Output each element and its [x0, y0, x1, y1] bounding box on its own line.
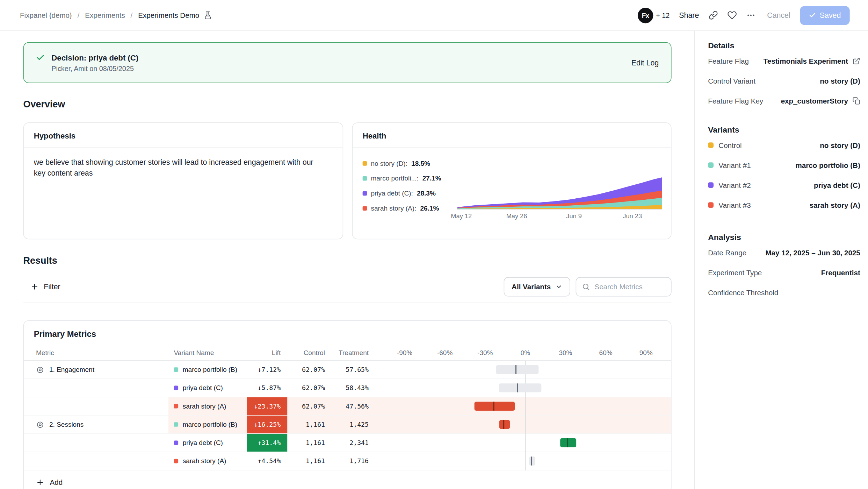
add-metric-button[interactable]: Add [24, 470, 63, 489]
avatar[interactable]: Fx [638, 7, 653, 23]
filter-row-right: All Variants [504, 277, 672, 296]
metric-row[interactable]: 2. Sessionsmarco portfolio (B)↓16.25%1,1… [24, 416, 671, 434]
more-button[interactable] [746, 10, 755, 20]
confidence-interval-bar [499, 420, 510, 429]
plus-icon [30, 282, 39, 291]
health-legend-item: priya debt (C):28.3% [363, 190, 441, 197]
test-tube-icon [204, 11, 212, 20]
analysis-row: Date RangeMay 12, 2025 – Jun 30, 2025 [708, 243, 860, 263]
metric-row[interactable]: 1. Engagementmarco portfolio (B)↓7.12%62… [24, 361, 671, 379]
variant-color-dot [174, 440, 178, 445]
treatment-value: 47.56% [332, 402, 375, 410]
breadcrumb-item-3[interactable]: Experiments Demo [138, 11, 199, 20]
variant-row: Variant #2priya debt (C) [708, 175, 860, 195]
legend-label: sarah story (A): [371, 205, 416, 212]
confidence-interval-cell [375, 379, 671, 397]
control-value: 62.07% [287, 366, 332, 374]
collaborators-count[interactable]: + 12 [656, 11, 670, 19]
legend-swatch [363, 161, 367, 166]
health-legend: no story (D):18.5%marco portfoli...:27.1… [363, 160, 441, 212]
external-link-icon [853, 57, 860, 65]
analysis-value-text: Frequentist [821, 269, 860, 277]
variant-value-text: no story (D) [820, 141, 860, 149]
variant-row: Variant #1marco portfolio (B) [708, 155, 860, 175]
col-treatment: Treatment [332, 349, 375, 357]
analysis-section: Analysis Date RangeMay 12, 2025 – Jun 30… [708, 233, 860, 303]
variant-value: priya debt (C) [814, 181, 860, 189]
variant-cell: marco portfolio (B) [168, 420, 247, 428]
detail-value-text: no story (D) [820, 77, 860, 85]
variant-row: Controlno story (D) [708, 135, 860, 155]
analysis-value: May 12, 2025 – Jun 30, 2025 [765, 249, 860, 257]
breadcrumb-item-2[interactable]: Experiments [85, 11, 125, 20]
variant-cell: priya debt (C) [168, 439, 247, 447]
variants-dropdown[interactable]: All Variants [504, 277, 570, 296]
variant-name: marco portfolio (B) [183, 420, 237, 428]
variant-swatch [708, 142, 714, 148]
link-icon [708, 10, 718, 20]
variant-name: priya debt (C) [183, 384, 223, 392]
decision-title: Decision: priya debt (C) [51, 53, 138, 62]
detail-value[interactable]: exp_customerStory [781, 97, 860, 105]
zero-axis-line [525, 361, 526, 470]
breadcrumb-item-1[interactable]: Fixpanel {demo} [20, 11, 72, 20]
variant-cell: priya debt (C) [168, 384, 247, 392]
breadcrumb-separator: / [78, 11, 80, 20]
copy-link-button[interactable] [708, 10, 718, 20]
treatment-value: 1,716 [332, 457, 375, 465]
metric-row[interactable]: sarah story (A)↑4.54%1,1611,716 [24, 452, 671, 470]
breadcrumb: Fixpanel {demo}/Experiments/Experiments … [20, 11, 212, 20]
filter-row: Filter All Variants [23, 277, 672, 297]
detail-value[interactable]: Testimonials Experiment [764, 57, 860, 65]
cancel-button[interactable]: Cancel [767, 11, 790, 20]
variant-swatch [708, 182, 714, 188]
metric-cell: 2. Sessions [24, 420, 168, 429]
search-icon [582, 282, 590, 291]
metric-row[interactable]: sarah story (A)↓23.37%62.07%47.56% [24, 397, 671, 416]
health-card: Health no story (D):18.5%marco portfoli.… [352, 122, 672, 239]
analysis-row: Confidence Threshold [708, 283, 860, 303]
legend-value: 28.3% [417, 190, 436, 197]
detail-left: Feature Flag [708, 57, 749, 65]
add-filter-button[interactable]: Filter [23, 282, 60, 291]
topbar-actions: Fx + 12 Share Cancel Saved [638, 6, 850, 25]
variant-label: Variant #2 [718, 181, 751, 189]
metrics-table-header: Metric Variant Name Lift Control Treatme… [24, 346, 671, 361]
x-axis-label: May 26 [506, 213, 527, 219]
metric-row[interactable]: priya debt (C)↑31.4%1,1612,341 [24, 434, 671, 452]
control-value: 1,161 [287, 457, 332, 465]
primary-metrics-card: Primary Metrics Metric Variant Name Lift… [23, 320, 672, 489]
analysis-heading: Analysis [708, 233, 860, 243]
detail-label: Feature Flag [708, 57, 749, 65]
analysis-left: Confidence Threshold [708, 289, 778, 297]
lift-value: ↑31.4% [247, 434, 288, 452]
legend-swatch [363, 176, 367, 181]
health-body: no story (D):18.5%marco portfoli...:27.1… [353, 148, 671, 238]
detail-value-text: exp_customerStory [781, 97, 848, 105]
ci-center-tick [531, 456, 532, 465]
confidence-interval-bar [529, 456, 535, 465]
treatment-value: 57.65% [332, 366, 375, 374]
edit-log-button[interactable]: Edit Log [631, 58, 659, 67]
share-button[interactable]: Share [679, 11, 699, 20]
metrics-search [576, 277, 672, 296]
variant-label: Control [718, 141, 742, 149]
saved-button[interactable]: Saved [800, 6, 850, 25]
search-input[interactable] [594, 282, 665, 291]
variant-left: Variant #2 [708, 181, 751, 189]
avatar-label: Fx [642, 11, 649, 19]
x-axis-label: Jun 9 [566, 213, 582, 219]
x-axis-label: May 12 [451, 213, 472, 219]
variant-left: Variant #3 [708, 201, 751, 209]
treatment-value: 58.43% [332, 384, 375, 392]
analysis-value-text: May 12, 2025 – Jun 30, 2025 [765, 249, 860, 257]
details-list: Feature FlagTestimonials ExperimentContr… [708, 51, 860, 111]
decision-text: Decision: priya debt (C) Picker, Amit on… [51, 53, 138, 72]
main-content: Decision: priya debt (C) Picker, Amit on… [0, 31, 694, 489]
favorite-button[interactable] [727, 10, 737, 20]
metric-row[interactable]: priya debt (C)↓5.87%62.07%58.43% [24, 379, 671, 397]
detail-left: Control Variant [708, 77, 755, 85]
health-legend-item: no story (D):18.5% [363, 160, 441, 167]
detail-value: no story (D) [820, 77, 860, 85]
legend-label: no story (D): [371, 160, 407, 167]
